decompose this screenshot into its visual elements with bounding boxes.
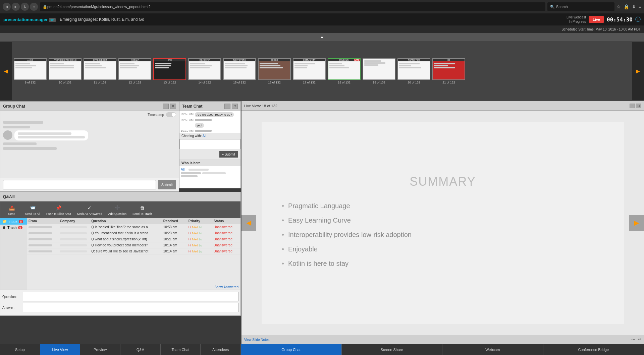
forward-button[interactable]: ► bbox=[12, 3, 20, 11]
download-icon[interactable]: ⬇ bbox=[632, 4, 636, 9]
chat-bubble-1 bbox=[14, 130, 88, 140]
qa-tool-send-to-all-button[interactable]: 📨Send To All bbox=[22, 203, 43, 217]
live-badge-9: LIVE bbox=[354, 59, 360, 61]
timestamp-toggle-switch[interactable] bbox=[166, 112, 176, 117]
qa-question-row: Question: bbox=[2, 292, 238, 301]
bottom-nav-left-live-view[interactable]: Live View bbox=[40, 344, 80, 355]
group-chat-body bbox=[0, 118, 179, 178]
bottom-nav-right-group-chat[interactable]: Group Chat bbox=[241, 344, 342, 355]
team-chat-input[interactable] bbox=[179, 139, 240, 149]
lv-minimize-button[interactable]: − bbox=[630, 104, 635, 108]
info-icon[interactable]: ⓘ bbox=[635, 16, 641, 23]
team-chat-minimize-button[interactable]: − bbox=[224, 104, 230, 109]
live-view-footer: View Slide Notes 〜 ⇔ bbox=[241, 335, 644, 344]
live-webcast-label: Live webcastIn Progress bbox=[567, 15, 586, 24]
trash-badge: 5 bbox=[18, 226, 22, 229]
qa-priority-4: Hi Med Lo bbox=[187, 250, 212, 253]
group-chat-minimize-button[interactable]: − bbox=[163, 104, 169, 109]
slide-thumb-2[interactable]: SPRING BOOT11 of 132 bbox=[83, 58, 117, 84]
qa-answer-input[interactable] bbox=[23, 303, 238, 312]
qa-question-input[interactable] bbox=[23, 292, 238, 301]
collapse-icon[interactable]: ▲ bbox=[320, 35, 324, 39]
send-to-trash-label: Send To Trash bbox=[132, 212, 152, 216]
wih-all-link[interactable]: All bbox=[181, 168, 184, 171]
bottom-nav-left-attendees[interactable]: Attendees bbox=[201, 344, 241, 355]
search-bar[interactable]: 🔍 Search bbox=[547, 2, 614, 11]
live-view-bullets: Pragmatic LanguageEasy Learning CurveInt… bbox=[282, 199, 604, 271]
qa-row-0[interactable]: Q Is 'sealed' like 'final'? the same as … bbox=[27, 224, 240, 230]
qa-grid-icon[interactable]: ☰ bbox=[12, 195, 15, 198]
tc-row-3: yep! bbox=[181, 123, 239, 128]
slide-thumb-6[interactable]: NEXT STEPS15 of 132 bbox=[223, 58, 256, 84]
collapse-bar[interactable]: ▲ bbox=[0, 33, 644, 41]
slide-thumb-7[interactable]: BOOKS16 of 132 bbox=[258, 58, 291, 84]
send-icon: 📤 bbox=[8, 204, 15, 212]
show-answered-link[interactable]: Show Answered bbox=[27, 285, 240, 290]
group-chat-close-button[interactable]: × bbox=[170, 104, 176, 109]
slide-thumb-5[interactable]: ROADMAP14 of 132 bbox=[188, 58, 221, 84]
slide-thumb-0[interactable]: ANKO9 of 132 bbox=[13, 58, 47, 84]
slide-thumb-8[interactable]: COMMUNITY17 of 132 bbox=[292, 58, 326, 84]
url-bar[interactable]: 🔒 pm.on24.com/presentationMgr/colossus_w… bbox=[40, 2, 545, 11]
qa-table-area: 📁 Inbox 5 🗑 Trash 5 From Company bbox=[0, 218, 240, 290]
expand-icon[interactable]: ⇔ bbox=[638, 337, 641, 343]
group-chat-input[interactable] bbox=[3, 180, 156, 189]
add-question-icon: ➕ bbox=[114, 204, 121, 212]
bookmark-icon[interactable]: ☆ bbox=[616, 4, 621, 9]
bottom-nav-right-screen-share[interactable]: Screen Share bbox=[342, 344, 443, 355]
qa-row-1[interactable]: Q You mentioned that Kotlin is a stand 1… bbox=[27, 230, 240, 236]
filmstrip-next-button[interactable]: ► bbox=[632, 42, 644, 100]
qa-tool-add-question-button[interactable]: ➕Add Question bbox=[105, 203, 129, 217]
menu-icon[interactable]: ≡ bbox=[639, 4, 641, 9]
chat-avatar-1 bbox=[3, 130, 12, 140]
chatting-with-all-link[interactable]: All bbox=[203, 134, 206, 138]
slide-thumb-1[interactable]: ANDROID EXTENSIONS10 of 132 bbox=[48, 58, 82, 84]
home-button[interactable]: ⌂ bbox=[30, 3, 38, 11]
tc-time-1: 09:59 AM bbox=[181, 112, 194, 117]
bottom-nav-right-webcam[interactable]: Webcam bbox=[442, 344, 543, 355]
back-button[interactable]: ◄ bbox=[3, 3, 11, 11]
team-chat-maximize-button[interactable]: □ bbox=[232, 104, 238, 109]
qa-folder-inbox[interactable]: 📁 Inbox 5 bbox=[0, 218, 27, 225]
team-chat-submit-button[interactable]: » Submit bbox=[219, 151, 238, 158]
qa-from-4 bbox=[27, 250, 59, 252]
group-chat-submit-button[interactable]: Submit bbox=[158, 180, 176, 189]
lv-maximize-button[interactable]: □ bbox=[636, 104, 641, 108]
extension-icon[interactable]: 🔒 bbox=[624, 4, 629, 9]
bottom-nav-right-conference-bridge[interactable]: Conference Bridge bbox=[543, 344, 644, 355]
qa-tool-push-to-slide-button[interactable]: 📌Push to Slide Area bbox=[44, 203, 74, 217]
live-button[interactable]: Live bbox=[589, 16, 604, 23]
qa-tool-mark-answered-button[interactable]: ✓Mark As Answered bbox=[74, 203, 105, 217]
slide-thumb-11[interactable]: THANK YOU20 of 132 bbox=[397, 58, 431, 84]
slide-content-lines-6 bbox=[224, 61, 255, 70]
live-view-prev-button[interactable]: ◄ bbox=[241, 215, 256, 231]
slide-preview-11: THANK YOU bbox=[397, 58, 430, 80]
qa-tool-send-button[interactable]: 📤Send bbox=[2, 203, 22, 217]
filmstrip-prev-button[interactable]: ◄ bbox=[0, 42, 12, 100]
col-company-header: Company bbox=[59, 219, 90, 223]
tc-time-3 bbox=[181, 123, 194, 128]
slide-thumb-3[interactable]: KOBALT12 of 132 bbox=[118, 58, 152, 84]
live-view-next-button[interactable]: ► bbox=[629, 215, 644, 231]
bottom-nav-left-q&a[interactable]: Q&A bbox=[120, 344, 161, 355]
qa-question-0: Q Is 'sealed' like 'final'? the same as … bbox=[90, 225, 162, 229]
chat-panels-row: Group Chat − × Timestamp bbox=[0, 101, 241, 192]
slide-content-lines-12 bbox=[433, 61, 465, 70]
qa-row-2[interactable]: Q what about singleExpression(x: Int) 10… bbox=[27, 236, 240, 242]
live-status: Live webcastIn Progress Live 00:54:30 ⓘ bbox=[567, 15, 641, 24]
live-view-slide-area: ◄ SUMMARY Pragmatic LanguageEasy Learnin… bbox=[241, 111, 644, 335]
slide-thumb-9[interactable]: SUMMARYLIVE18 of 132 bbox=[327, 58, 361, 84]
view-slide-notes-link[interactable]: View Slide Notes bbox=[244, 338, 269, 342]
bottom-nav-left-setup[interactable]: Setup bbox=[0, 344, 40, 355]
slide-thumb-10[interactable]: 19 of 132 bbox=[362, 58, 396, 84]
bottom-nav-left-preview[interactable]: Preview bbox=[80, 344, 120, 355]
reload-button[interactable]: ↻ bbox=[21, 3, 29, 11]
slide-thumb-4[interactable]: SPX13 of 132 bbox=[153, 58, 186, 84]
qa-row-4[interactable]: Q: sure would like to see its Javascriot… bbox=[27, 248, 240, 254]
slide-thumb-12[interactable]: OS21 of 132 bbox=[432, 58, 466, 84]
qa-tool-send-to-trash-button[interactable]: 🗑Send To Trash bbox=[130, 203, 155, 217]
bottom-nav-left-team-chat[interactable]: Team Chat bbox=[161, 344, 201, 355]
slide-content-lines-5 bbox=[189, 61, 220, 70]
qa-row-3[interactable]: Q How do you protect data members? 10:14… bbox=[27, 242, 240, 248]
qa-folder-trash[interactable]: 🗑 Trash 5 bbox=[0, 225, 27, 231]
